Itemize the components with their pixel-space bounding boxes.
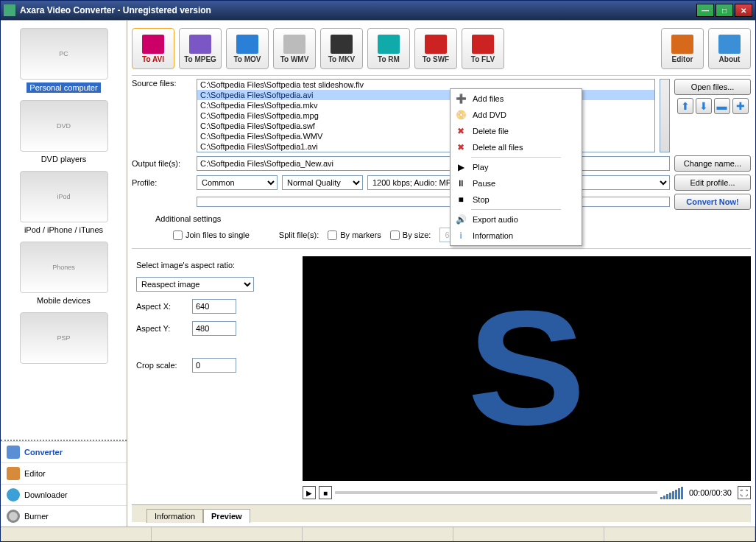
move-up-button[interactable]: ⬆ — [677, 98, 693, 114]
source-file-list[interactable]: C:\Softpedia Files\Softpedia test slides… — [197, 79, 655, 152]
menu-label: Delete file — [473, 127, 509, 136]
menu-label: Export audio — [473, 215, 518, 224]
profile-preset-select[interactable]: Common — [197, 175, 278, 190]
editor-button[interactable]: Editor — [661, 28, 704, 69]
window-title: Axara Video Converter - Unregistered ver… — [20, 5, 696, 15]
app-icon — [4, 4, 15, 16]
device-item[interactable]: iPodiPod / iPhone / iTunes — [1, 171, 127, 234]
fullscreen-button[interactable]: ⛶ — [738, 486, 751, 499]
close-button[interactable] — [735, 4, 752, 17]
mode-downloader[interactable]: Downloader — [1, 484, 127, 505]
output-file-input[interactable] — [197, 156, 670, 171]
device-item[interactable]: PSP — [1, 312, 127, 364]
change-name-button[interactable]: Change name... — [674, 155, 751, 172]
device-item[interactable]: DVDDVD players — [1, 100, 127, 163]
menu-label: Pause — [473, 179, 495, 188]
device-label: Mobile devices — [37, 296, 91, 305]
format-label: To RM — [378, 55, 400, 63]
mode-converter[interactable]: Converter — [1, 441, 127, 462]
menu-play[interactable]: ▶Play — [452, 159, 580, 175]
stop-button[interactable]: ■ — [319, 486, 332, 499]
add-file-button[interactable]: ✚ — [732, 98, 749, 114]
format-to-mov[interactable]: To MOV — [226, 28, 269, 69]
menu-delete-all-files[interactable]: ✖Delete all files — [452, 139, 580, 155]
profile-label: Profile: — [132, 178, 192, 187]
device-item[interactable]: PCPersonal computer — [1, 28, 127, 93]
format-icon — [189, 35, 211, 54]
format-to-avi[interactable]: To AVI — [132, 28, 174, 69]
play-button[interactable]: ▶ — [303, 486, 316, 499]
format-icon — [331, 35, 353, 54]
format-to-rm[interactable]: To RM — [367, 28, 410, 69]
minimize-button[interactable] — [696, 4, 714, 17]
mode-burner[interactable]: Burner — [1, 505, 127, 527]
format-to-swf[interactable]: To SWF — [414, 28, 457, 69]
menu-export-audio[interactable]: 🔊Export audio — [452, 211, 580, 228]
menu-delete-file[interactable]: ✖Delete file — [452, 123, 580, 139]
menu-label: Stop — [473, 195, 490, 204]
select-aspect-label: Select image's aspect ratio: — [136, 261, 289, 270]
maximize-button[interactable] — [716, 4, 733, 17]
scrollbar[interactable] — [660, 79, 670, 152]
open-files-button[interactable]: Open files... — [674, 79, 751, 95]
format-label: To WMV — [280, 55, 309, 63]
source-file-item[interactable]: C:\Softpedia Files\Softpedia1.avi — [197, 141, 654, 152]
edit-profile-button[interactable]: Edit profile... — [674, 175, 751, 191]
menu-pause[interactable]: ⏸Pause — [452, 175, 580, 191]
join-files-checkbox[interactable]: Join files to single — [173, 230, 250, 240]
format-to-mpeg[interactable]: To MPEG — [179, 28, 222, 69]
format-to-wmv[interactable]: To WMV — [273, 28, 316, 69]
device-list: PCPersonal computerDVDDVD playersiPodiPo… — [1, 21, 127, 440]
main-panel: To AVITo MPEGTo MOVTo WMVTo MKVTo RMTo S… — [127, 21, 755, 527]
menu-label: Information — [473, 231, 513, 240]
menu-icon: 🔊 — [455, 214, 467, 225]
menu-separator — [471, 157, 561, 158]
format-icon — [142, 35, 164, 54]
format-label: To MKV — [328, 55, 355, 63]
toolbar-label: Editor — [672, 55, 693, 63]
source-file-item[interactable]: C:\Softpedia Files\Softpedia.mkv — [197, 100, 654, 110]
menu-add-files[interactable]: ➕Add files — [452, 91, 580, 107]
remove-file-button[interactable]: ▬ — [714, 98, 730, 114]
by-size-checkbox[interactable]: By size: — [390, 230, 431, 240]
device-label: iPod / iPhone / iTunes — [24, 225, 103, 234]
format-to-flv[interactable]: To FLV — [462, 28, 504, 69]
tab-preview[interactable]: Preview — [203, 509, 250, 523]
seek-bar[interactable] — [335, 491, 657, 494]
mode-editor[interactable]: Editor — [1, 462, 127, 484]
aspect-panel: Select image's aspect ratio: Reaspect im… — [132, 256, 294, 501]
convert-button[interactable]: Convert Now! — [674, 194, 751, 210]
source-file-item[interactable]: C:\Softpedia Files\Softpedia.WMV — [197, 131, 654, 141]
tab-information[interactable]: Information — [146, 509, 203, 523]
menu-information[interactable]: iInformation — [452, 228, 580, 244]
format-label: To FLV — [471, 55, 495, 63]
output-file-label: Output file(s): — [132, 159, 192, 168]
device-item[interactable]: PhonesMobile devices — [1, 242, 127, 305]
menu-label: Add files — [473, 94, 504, 103]
menu-icon: ✖ — [455, 125, 467, 137]
source-file-item[interactable]: C:\Softpedia Files\Softpedia.swf — [197, 121, 654, 131]
aspect-x-input[interactable] — [192, 299, 236, 314]
by-markers-checkbox[interactable]: By markers — [328, 230, 381, 240]
volume-indicator[interactable] — [660, 487, 683, 499]
move-down-button[interactable]: ⬇ — [696, 98, 712, 114]
crop-scale-input[interactable] — [192, 358, 236, 373]
source-file-item[interactable]: C:\Softpedia Files\Softpedia.avi — [197, 90, 654, 100]
source-file-item[interactable]: C:\Softpedia Files\Softpedia.mpg — [197, 110, 654, 121]
aspect-y-label: Aspect Y: — [136, 324, 186, 333]
menu-icon: ■ — [455, 194, 467, 205]
source-file-item[interactable]: C:\Softpedia Files\Softpedia test slides… — [197, 80, 654, 90]
aspect-y-input[interactable] — [192, 321, 236, 336]
aspect-mode-select[interactable]: Reaspect image — [136, 277, 254, 292]
menu-icon: ✖ — [455, 141, 467, 153]
profile-quality-select[interactable]: Normal Quality — [282, 175, 363, 190]
mode-label: Burner — [24, 512, 49, 521]
menu-add-dvd[interactable]: 📀Add DVD — [452, 107, 580, 123]
crop-scale-label: Crop scale: — [136, 361, 186, 370]
format-to-mkv[interactable]: To MKV — [320, 28, 363, 69]
menu-stop[interactable]: ■Stop — [452, 191, 580, 208]
menu-icon: ▶ — [455, 161, 467, 173]
bottom-tabs: InformationPreview — [132, 504, 751, 522]
device-image: Phones — [20, 242, 108, 293]
about-button[interactable]: About — [708, 28, 751, 69]
